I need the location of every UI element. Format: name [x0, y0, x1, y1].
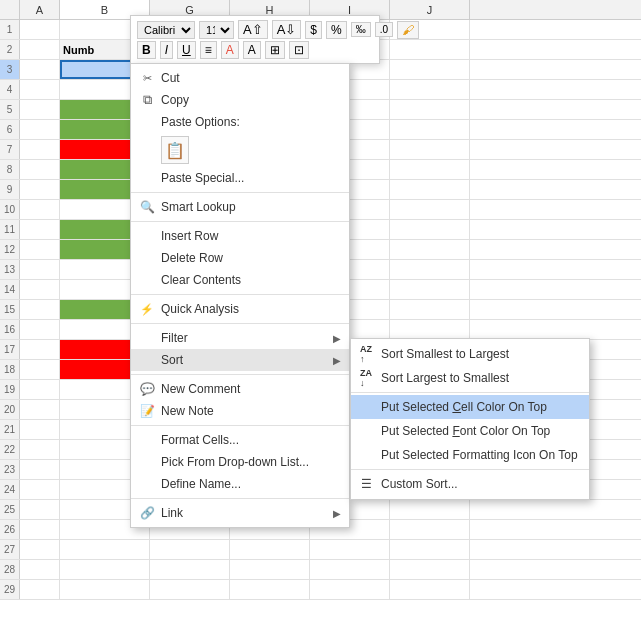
sort-asc-label: Sort Smallest to Largest: [381, 347, 509, 361]
link-label: Link: [161, 506, 183, 520]
separator: [131, 323, 349, 324]
menu-item-format-cells[interactable]: Format Cells...: [131, 429, 349, 451]
paste-icon[interactable]: 📋: [161, 136, 189, 164]
paste-options-icons: 📋: [131, 133, 349, 167]
copy-icon: ⧉: [139, 92, 155, 108]
menu-item-paste-special[interactable]: Paste Special...: [131, 167, 349, 189]
clear-contents-label: Clear Contents: [161, 273, 241, 287]
decrease-font-btn[interactable]: A⇩: [272, 20, 302, 39]
menu-item-sort[interactable]: Sort ▶: [131, 349, 349, 371]
currency-btn[interactable]: $: [305, 21, 322, 39]
bold-button[interactable]: B: [137, 41, 156, 59]
menu-item-paste-options: Paste Options:: [131, 111, 349, 133]
paste-options-label: Paste Options:: [161, 115, 240, 129]
formatting-toolbar: Calibri 11 A⇧ A⇩ $ % ‰ .0 🖌 B I U ≡ A A …: [130, 15, 380, 64]
sort-label: Sort: [161, 353, 183, 367]
new-note-label: New Note: [161, 404, 214, 418]
col-header-a: A: [20, 0, 60, 19]
sort-font-color-label: Put Selected Font Color On Top: [381, 424, 550, 438]
new-note-icon: 📝: [139, 403, 155, 419]
menu-item-clear-contents[interactable]: Clear Contents: [131, 269, 349, 291]
context-menu: ✂ Cut ⧉ Copy Paste Options: 📋 Paste Spec…: [130, 63, 350, 528]
menu-item-copy-label: Copy: [161, 93, 189, 107]
menu-item-delete-row[interactable]: Delete Row: [131, 247, 349, 269]
menu-item-new-comment[interactable]: 💬 New Comment: [131, 378, 349, 400]
new-comment-icon: 💬: [139, 381, 155, 397]
link-icon: 🔗: [139, 505, 155, 521]
separator: [131, 294, 349, 295]
paste-special-label: Paste Special...: [161, 171, 244, 185]
menu-item-insert-row[interactable]: Insert Row: [131, 225, 349, 247]
cut-icon: ✂: [139, 70, 155, 86]
submenu-sort-font-color[interactable]: Put Selected Font Color On Top: [351, 419, 589, 443]
menu-item-cut[interactable]: ✂ Cut: [131, 67, 349, 89]
sort-desc-label: Sort Largest to Smallest: [381, 371, 509, 385]
menu-item-cut-label: Cut: [161, 71, 180, 85]
define-name-label: Define Name...: [161, 477, 241, 491]
smart-lookup-label: Smart Lookup: [161, 200, 236, 214]
paint-format-btn[interactable]: 🖌: [397, 21, 419, 39]
smart-lookup-icon: 🔍: [139, 199, 155, 215]
submenu-sort-cell-color[interactable]: Put Selected Cell Color On Top: [351, 395, 589, 419]
submenu-separator: [351, 392, 589, 393]
submenu-sort-desc[interactable]: ZA↓ Sort Largest to Smallest: [351, 366, 589, 390]
pick-dropdown-label: Pick From Drop-down List...: [161, 455, 309, 469]
menu-item-link[interactable]: 🔗 Link ▶: [131, 502, 349, 524]
thousands-btn[interactable]: ‰: [351, 22, 371, 37]
custom-sort-icon: ☰: [357, 475, 375, 493]
sort-asc-icon: AZ↑: [357, 345, 375, 363]
sort-arrow-icon: ▶: [333, 355, 341, 366]
filter-label: Filter: [161, 331, 188, 345]
insert-row-label: Insert Row: [161, 229, 218, 243]
new-comment-label: New Comment: [161, 382, 240, 396]
sort-submenu: AZ↑ Sort Smallest to Largest ZA↓ Sort La…: [350, 338, 590, 500]
menu-item-new-note[interactable]: 📝 New Note: [131, 400, 349, 422]
menu-item-copy[interactable]: ⧉ Copy: [131, 89, 349, 111]
separator: [131, 221, 349, 222]
increase-font-btn[interactable]: A⇧: [238, 20, 268, 39]
sort-cell-color-label: Put Selected Cell Color On Top: [381, 400, 547, 414]
toolbar-row-style: B I U ≡ A A ⊞ ⊡: [137, 41, 373, 59]
submenu-custom-sort[interactable]: ☰ Custom Sort...: [351, 472, 589, 496]
sort-formatting-icon-label: Put Selected Formatting Icon On Top: [381, 448, 578, 462]
custom-sort-label: Custom Sort...: [381, 477, 458, 491]
toolbar-row-font: Calibri 11 A⇧ A⇩ $ % ‰ .0 🖌: [137, 20, 373, 39]
border-btn[interactable]: ⊞: [265, 41, 285, 59]
quick-analysis-label: Quick Analysis: [161, 302, 239, 316]
merge-btn[interactable]: ⊡: [289, 41, 309, 59]
menu-item-filter[interactable]: Filter ▶: [131, 327, 349, 349]
submenu-sort-formatting-icon[interactable]: Put Selected Formatting Icon On Top: [351, 443, 589, 467]
menu-item-smart-lookup[interactable]: 🔍 Smart Lookup: [131, 196, 349, 218]
separator: [131, 425, 349, 426]
menu-item-define-name[interactable]: Define Name...: [131, 473, 349, 495]
increase-decimal-btn[interactable]: .0: [375, 22, 393, 37]
font-size-select[interactable]: 11: [199, 21, 234, 39]
percent-btn[interactable]: %: [326, 21, 347, 39]
align-btn[interactable]: ≡: [200, 41, 217, 59]
col-header-j: J: [390, 0, 470, 19]
menu-item-pick-dropdown[interactable]: Pick From Drop-down List...: [131, 451, 349, 473]
link-arrow-icon: ▶: [333, 508, 341, 519]
delete-row-label: Delete Row: [161, 251, 223, 265]
font-family-select[interactable]: Calibri: [137, 21, 195, 39]
submenu-sort-asc[interactable]: AZ↑ Sort Smallest to Largest: [351, 342, 589, 366]
separator: [131, 192, 349, 193]
format-cells-label: Format Cells...: [161, 433, 239, 447]
fill-color-btn[interactable]: A: [221, 41, 239, 59]
separator: [131, 374, 349, 375]
quick-analysis-icon: ⚡: [139, 301, 155, 317]
filter-arrow-icon: ▶: [333, 333, 341, 344]
table-row: 27: [0, 540, 641, 560]
font-color-btn[interactable]: A: [243, 41, 261, 59]
menu-item-quick-analysis[interactable]: ⚡ Quick Analysis: [131, 298, 349, 320]
italic-button[interactable]: I: [160, 41, 173, 59]
separator: [131, 498, 349, 499]
corner-cell: [0, 0, 20, 19]
table-row: 28: [0, 560, 641, 580]
sort-desc-icon: ZA↓: [357, 369, 375, 387]
underline-button[interactable]: U: [177, 41, 196, 59]
submenu-separator: [351, 469, 589, 470]
table-row: 29: [0, 580, 641, 600]
